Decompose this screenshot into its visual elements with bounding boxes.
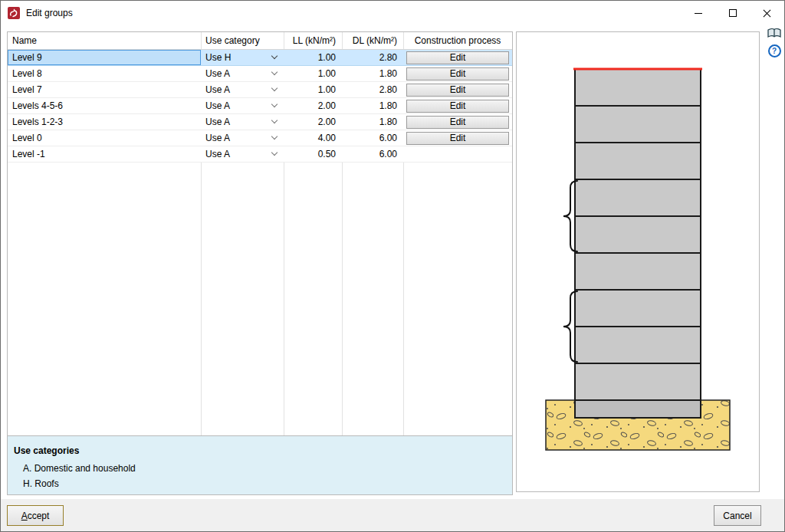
use-categories-legend: Use categories A. Domestic and household… [8,435,512,494]
chevron-down-icon [271,117,278,123]
ll-value-cell[interactable]: 4.00 [284,130,342,146]
building-elevation-svg [517,32,759,491]
maximize-icon [729,9,737,17]
use-category-dropdown[interactable]: Use A [201,98,284,113]
table-row[interactable]: Level 0 Use A 4.00 6.00 Edit [8,130,512,146]
construction-process-cell: Edit [403,50,512,65]
chevron-down-icon [271,101,278,107]
dl-value-cell[interactable]: 6.00 [342,130,403,146]
edit-construction-button[interactable]: Edit [406,132,509,145]
table-row[interactable]: Level 8 Use A 1.00 1.80 Edit [8,66,512,82]
titlebar: Edit groups [1,1,784,25]
help-book-icon[interactable] [767,27,781,39]
header-name: Name [8,35,201,46]
use-category-dropdown[interactable]: Use A [201,146,284,162]
use-category-dropdown[interactable]: Use H [201,50,284,65]
footer-bar: Accept Cancel [1,499,784,531]
construction-process-cell: Edit [403,82,512,97]
row-name-cell[interactable]: Level 8 [8,66,201,81]
chevron-down-icon [271,133,278,140]
table-row[interactable]: Levels 1-2-3 Use A 2.00 1.80 Edit [8,114,512,130]
construction-process-cell: Edit [403,98,512,113]
cancel-button[interactable]: Cancel [714,505,761,526]
table-row[interactable]: Level -1 Use A 0.50 6.00 [8,146,512,163]
ll-value-cell[interactable]: 1.00 [284,66,342,81]
legend-title: Use categories [8,436,512,461]
construction-process-cell [403,146,512,162]
foundation-level [575,400,701,418]
row-name-cell[interactable]: Levels 4-5-6 [8,98,201,113]
edit-construction-button[interactable]: Edit [406,84,509,97]
minimize-button[interactable] [681,1,715,25]
maximize-button[interactable] [715,1,750,25]
row-name-cell[interactable]: Level 9 [8,50,201,65]
ll-value-cell[interactable]: 2.00 [284,98,342,113]
dl-value-cell[interactable]: 2.80 [342,50,403,65]
header-construction-process: Construction process [403,35,512,46]
use-category-value: Use H [205,50,231,65]
table-header: Name Use category LL (kN/m²) DL (kN/m²) … [8,32,512,50]
legend-item: A. Domestic and household [8,461,512,476]
minimize-icon [695,13,702,14]
dl-value-cell[interactable]: 1.80 [342,114,403,130]
edit-construction-button[interactable]: Edit [406,116,509,129]
edit-construction-button[interactable]: Edit [406,51,509,64]
header-ll: LL (kN/m²) [284,35,342,46]
accept-button[interactable]: Accept [7,505,64,526]
close-button[interactable] [750,1,784,25]
chevron-down-icon [271,149,278,156]
construction-process-cell: Edit [403,114,512,130]
row-name-cell[interactable]: Level -1 [8,146,201,162]
edit-construction-button[interactable]: Edit [406,100,509,113]
ll-value-cell[interactable]: 1.00 [284,82,342,97]
chevron-down-icon [271,69,278,75]
use-category-value: Use A [205,82,230,97]
building-body [575,69,701,400]
construction-process-cell: Edit [403,66,512,81]
use-category-dropdown[interactable]: Use A [201,82,284,97]
header-use-category: Use category [201,35,284,46]
table-row[interactable]: Level 9 Use H 1.00 2.80 Edit [8,50,512,66]
use-category-dropdown[interactable]: Use A [201,130,284,146]
dl-value-cell[interactable]: 1.80 [342,98,403,113]
dl-value-cell[interactable]: 6.00 [342,146,403,162]
table-row[interactable]: Levels 4-5-6 Use A 2.00 1.80 Edit [8,98,512,114]
chevron-down-icon [271,85,278,91]
chevron-down-icon [271,53,278,59]
ll-value-cell[interactable]: 0.50 [284,146,342,162]
legend-item: H. Roofs [8,476,512,491]
side-help-icons: ? [766,27,783,57]
dl-value-cell[interactable]: 2.80 [342,82,403,97]
use-category-value: Use A [205,130,230,146]
table-row[interactable]: Level 7 Use A 1.00 2.80 Edit [8,82,512,98]
app-icon [8,7,20,19]
help-icon[interactable]: ? [768,44,781,57]
use-category-value: Use A [205,66,230,81]
use-category-dropdown[interactable]: Use A [201,66,284,81]
edit-construction-button[interactable]: Edit [406,67,509,80]
construction-process-cell: Edit [403,130,512,146]
row-name-cell[interactable]: Level 7 [8,82,201,97]
groups-table-panel: Name Use category LL (kN/m²) DL (kN/m²) … [7,31,513,495]
use-category-value: Use A [205,98,230,113]
row-name-cell[interactable]: Level 0 [8,130,201,146]
dl-value-cell[interactable]: 1.80 [342,66,403,81]
ll-value-cell[interactable]: 2.00 [284,114,342,130]
use-category-value: Use A [205,146,230,162]
header-dl: DL (kN/m²) [342,35,403,46]
window-title: Edit groups [26,8,73,18]
building-preview-panel [516,31,760,492]
row-name-cell[interactable]: Levels 1-2-3 [8,114,201,130]
use-category-value: Use A [205,114,230,130]
close-icon [763,9,771,18]
use-category-dropdown[interactable]: Use A [201,114,284,130]
ll-value-cell[interactable]: 1.00 [284,50,342,65]
